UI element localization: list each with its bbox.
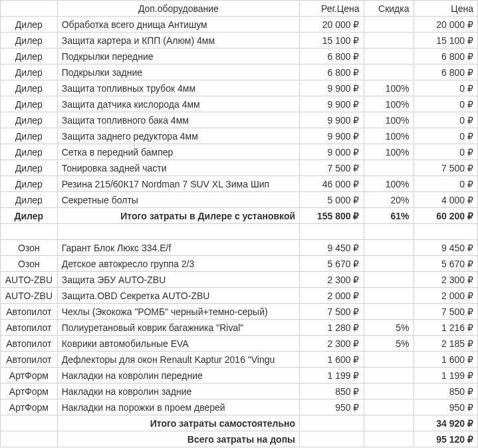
- cell-name: Чехлы (Экокожа "РОМБ" черный+темно-серый…: [57, 304, 299, 320]
- cell-name: Детское автокресло группа 2/3: [57, 256, 299, 272]
- table-row: АртФормНакладки на порожки в проем двере…: [1, 399, 478, 415]
- table-row: АвтопилотПолиуретановый коврик багажника…: [1, 320, 478, 336]
- cell-reg-price: 9 900 ₽: [300, 128, 364, 144]
- cell-name: Накладки на ковролин передние: [57, 368, 299, 384]
- cell-reg-price: 9 900 ₽: [300, 96, 364, 112]
- cell-source: Озон: [1, 240, 58, 256]
- header-discount: Скидка: [364, 1, 414, 17]
- cell-discount: 61%: [364, 208, 414, 224]
- cell-reg-price: 7 500 ₽: [300, 304, 364, 320]
- cell-name: Защита заднего редуктора 4мм: [57, 128, 299, 144]
- table-row: ОзонГарант Блок Люкс 334.E/f9 450 ₽9 450…: [1, 240, 478, 256]
- cell-source: Дилер: [1, 160, 58, 176]
- cell-discount: [364, 64, 414, 80]
- cell-price: 20 000 ₽: [414, 17, 478, 33]
- table-row: АвтопилотЧехлы (Экокожа "РОМБ" черный+те…: [1, 304, 478, 320]
- cell-discount: 100%: [364, 80, 414, 96]
- cell-reg-price: 2 300 ₽: [300, 336, 364, 352]
- summary-value: 34 920 ₽: [414, 415, 478, 431]
- cell-reg-price: 9 450 ₽: [300, 240, 364, 256]
- cell-discount: [364, 272, 414, 288]
- cell-reg-price: 9 900 ₽: [300, 80, 364, 96]
- cell-price: 6 800 ₽: [414, 49, 478, 64]
- cell-reg-price: 1 280 ₽: [300, 320, 364, 336]
- table-row: ДилерСекретные болты5 000 ₽20%4 000 ₽: [1, 192, 478, 208]
- cell-source: АртФорм: [1, 368, 58, 384]
- cell-source: Дилер: [1, 128, 58, 144]
- cell-reg-price: 5 000 ₽: [300, 192, 364, 208]
- table-row: ДилерЗащита картера и КПП (Алюм) 4мм15 1…: [1, 33, 478, 49]
- cell-discount: [364, 160, 414, 176]
- header-reg-price: Рег.Цена: [300, 1, 364, 17]
- equipment-table: Доп.оборудование Рег.Цена Скидка Цена Ди…: [0, 0, 478, 447]
- cell-reg-price: 155 800 ₽: [300, 208, 364, 224]
- cell-discount: [364, 368, 414, 384]
- cell-reg-price: 7 500 ₽: [300, 160, 364, 176]
- cell-source: AUTO-ZBU: [1, 272, 58, 288]
- table-row: ДилерОбработка всего днища Антишум20 000…: [1, 17, 478, 33]
- summary-row: Всего затраты на допы95 120 ₽: [1, 431, 478, 447]
- cell-price: 2 300 ₽: [414, 272, 478, 288]
- cell-reg-price: 2 300 ₽: [300, 272, 364, 288]
- cell-reg-price: 20 000 ₽: [300, 17, 364, 33]
- table-row: AUTO-ZBUЗащита.OBD Секретка AUTO-ZBU2 00…: [1, 288, 478, 304]
- cell-price: 6 800 ₽: [414, 64, 478, 80]
- cell-discount: [364, 49, 414, 64]
- cell-name: Защита картера и КПП (Алюм) 4мм: [57, 33, 299, 49]
- cell-source: АртФорм: [1, 399, 58, 415]
- cell-discount: [364, 256, 414, 272]
- table-row: ОзонДетское автокресло группа 2/35 670 ₽…: [1, 256, 478, 272]
- table-row: АртФормНакладки на ковролин задние850 ₽8…: [1, 384, 478, 399]
- cell-price: 1 199 ₽: [414, 368, 478, 384]
- cell-name: Защита датчика кислорода 4мм: [57, 96, 299, 112]
- cell-price: 2 185 ₽: [414, 336, 478, 352]
- table-row: ДилерСетка в передний бампер9 000 ₽100%0…: [1, 144, 478, 160]
- cell-discount: [364, 384, 414, 399]
- cell-source: Автопилот: [1, 320, 58, 336]
- summary-row: Итого затраты самостоятельно34 920 ₽: [1, 415, 478, 431]
- cell-source: AUTO-ZBU: [1, 288, 58, 304]
- cell-name: Подкрылки задние: [57, 64, 299, 80]
- cell-name: Подкрылки передние: [57, 49, 299, 64]
- cell-name: Секретные болты: [57, 192, 299, 208]
- cell-reg-price: 1 600 ₽: [300, 352, 364, 368]
- cell-reg-price: 5 670 ₽: [300, 256, 364, 272]
- cell-reg-price: 46 000 ₽: [300, 176, 364, 192]
- cell-discount: [364, 352, 414, 368]
- summary-value: 95 120 ₽: [414, 431, 478, 447]
- cell-reg-price: 950 ₽: [300, 399, 364, 415]
- cell-price: 4 000 ₽: [414, 192, 478, 208]
- cell-discount: 100%: [364, 144, 414, 160]
- cell-name: Защита.OBD Секретка AUTO-ZBU: [57, 288, 299, 304]
- cell-source: Озон: [1, 256, 58, 272]
- header-name: Доп.оборудование: [57, 1, 299, 17]
- cell-source: Дилер: [1, 192, 58, 208]
- cell-discount: [364, 288, 414, 304]
- cell-name: Обработка всего днища Антишум: [57, 17, 299, 33]
- header-row: Доп.оборудование Рег.Цена Скидка Цена: [1, 1, 478, 17]
- cell-price: 15 100 ₽: [414, 33, 478, 49]
- cell-price: 0 ₽: [414, 128, 478, 144]
- cell-name: Защита топливных трубок 4мм: [57, 80, 299, 96]
- cell-name: Накладки на ковролин задние: [57, 384, 299, 399]
- table-row: ДилерПодкрылки задние6 800 ₽6 800 ₽: [1, 64, 478, 80]
- cell-name: Тонировка задней части: [57, 160, 299, 176]
- cell-source: Дилер: [1, 33, 58, 49]
- cell-reg-price: 9 000 ₽: [300, 144, 364, 160]
- table-row: ДилерЗащита топливных трубок 4мм9 900 ₽1…: [1, 80, 478, 96]
- table-row: АвтопилотДефлекторы для окон Renault Kap…: [1, 352, 478, 368]
- cell-price: 5 670 ₽: [414, 256, 478, 272]
- table-row: ДилерИтого затраты в Дилере с установкой…: [1, 208, 478, 224]
- cell-price: 0 ₽: [414, 176, 478, 192]
- table-row: ДилерЗащита датчика кислорода 4мм9 900 ₽…: [1, 96, 478, 112]
- cell-price: 7 500 ₽: [414, 160, 478, 176]
- cell-reg-price: 2 000 ₽: [300, 288, 364, 304]
- cell-discount: 5%: [364, 320, 414, 336]
- table-row: ДилерТонировка задней части7 500 ₽7 500 …: [1, 160, 478, 176]
- cell-price: 1 216 ₽: [414, 320, 478, 336]
- cell-price: 7 500 ₽: [414, 304, 478, 320]
- cell-source: Дилер: [1, 176, 58, 192]
- cell-price: 0 ₽: [414, 96, 478, 112]
- cell-source: Дилер: [1, 49, 58, 64]
- summary-label: Всего затраты на допы: [57, 431, 299, 447]
